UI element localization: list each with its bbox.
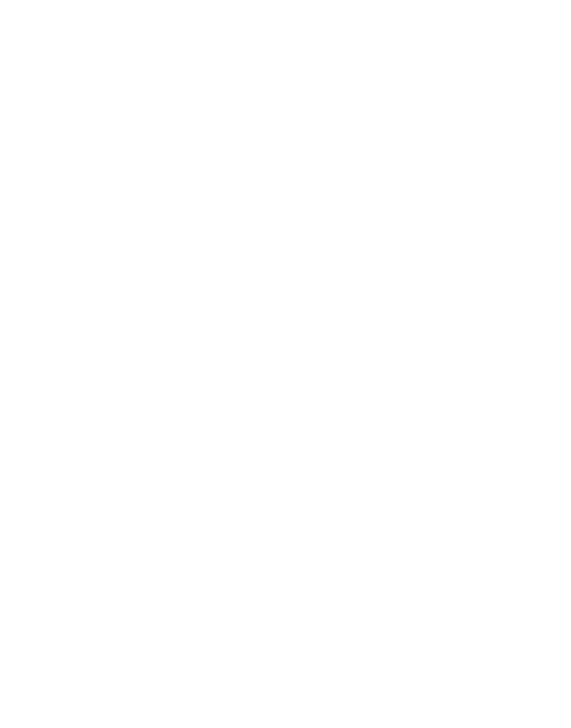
flowchart <box>0 0 571 728</box>
